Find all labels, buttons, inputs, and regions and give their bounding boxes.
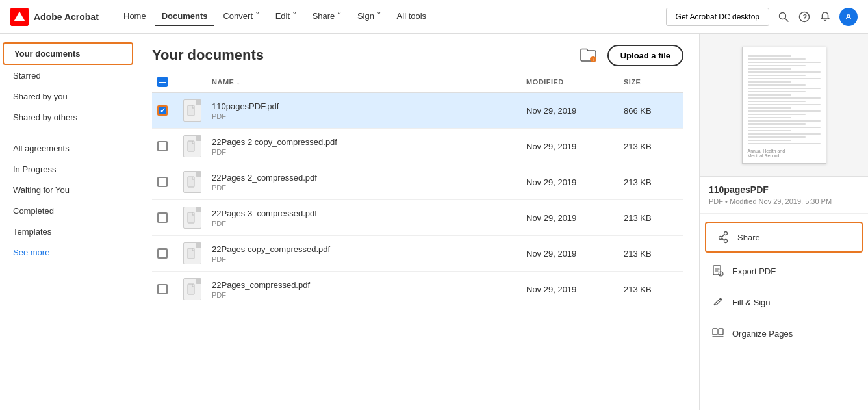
file-type: PDF	[212, 220, 516, 227]
file-name: 22Pages_compressed.pdf	[212, 280, 516, 290]
svg-text:+: +	[591, 57, 594, 63]
main-layout: Your documents Starred Shared by you Sha…	[0, 34, 868, 410]
svg-rect-23	[713, 329, 717, 335]
share-label: Share	[737, 233, 760, 242]
sidebar-item-starred[interactable]: Starred	[3, 66, 133, 86]
sidebar-divider	[0, 133, 136, 133]
row-checkbox[interactable]	[157, 212, 168, 223]
svg-rect-9	[188, 141, 194, 151]
svg-rect-13	[188, 212, 194, 223]
file-type: PDF	[212, 112, 516, 120]
table-row[interactable]: 22Pages_compressed.pdf PDF Nov 29, 2019 …	[152, 272, 683, 307]
row-checkbox[interactable]	[157, 141, 168, 151]
avatar[interactable]: A	[839, 8, 858, 26]
export-pdf-label: Export PDF	[732, 266, 776, 276]
preview-image-area: Annual Health and Medical Record	[700, 34, 868, 177]
sidebar-item-templates[interactable]: Templates	[3, 222, 133, 242]
top-navigation: Adobe Acrobat Home Documents Convert ˅ E…	[0, 0, 868, 34]
file-icon	[183, 242, 201, 264]
folder-icon[interactable]: +	[578, 44, 600, 66]
file-type: PDF	[212, 291, 516, 299]
fill-sign-button[interactable]: Fill & Sign	[700, 287, 868, 318]
nav-alltools[interactable]: All tools	[390, 7, 433, 26]
file-size: 213 KB	[619, 164, 683, 200]
file-name: 110pagesPDF.pdf	[212, 101, 516, 111]
table-row[interactable]: 22Pages copy_compressed.pdf PDF Nov 29, …	[152, 236, 683, 272]
adobe-logo-icon	[10, 8, 29, 26]
table-row[interactable]: 22Pages 2 copy_compressed.pdf PDF Nov 29…	[152, 129, 683, 164]
file-icon	[183, 135, 201, 157]
help-icon[interactable]: ?	[798, 10, 811, 23]
file-size: 866 KB	[619, 93, 683, 129]
sidebar: Your documents Starred Shared by you Sha…	[0, 34, 136, 410]
table-row[interactable]: 110pagesPDF.pdf PDF Nov 29, 2019 866 KB	[152, 93, 683, 129]
fill-sign-icon	[710, 294, 726, 310]
nav-home[interactable]: Home	[117, 7, 153, 26]
sidebar-see-more[interactable]: See more	[3, 242, 133, 263]
content-area: Your documents + Upload a file	[136, 34, 699, 410]
svg-rect-11	[188, 177, 194, 187]
sidebar-item-in-progress[interactable]: In Progress	[3, 159, 133, 179]
col-header-size: SIZE	[619, 71, 683, 93]
export-pdf-button[interactable]: Export PDF	[700, 255, 868, 287]
logo-text: Adobe Acrobat	[34, 12, 99, 22]
sidebar-item-shared-by-others[interactable]: Shared by others	[3, 107, 133, 127]
svg-line-20	[722, 238, 724, 241]
nav-share[interactable]: Share ˅	[306, 7, 348, 26]
nav-convert[interactable]: Convert ˅	[216, 7, 266, 26]
file-name: 22Pages 2 copy_compressed.pdf	[212, 137, 516, 147]
fill-sign-label: Fill & Sign	[732, 298, 771, 307]
svg-rect-7	[188, 105, 194, 116]
file-modified: Nov 29, 2019	[521, 272, 619, 307]
svg-rect-24	[719, 329, 723, 335]
svg-line-19	[722, 234, 724, 237]
sidebar-item-completed[interactable]: Completed	[3, 201, 133, 221]
select-all-checkbox[interactable]	[157, 77, 168, 87]
upload-file-button[interactable]: Upload a file	[607, 45, 683, 66]
row-checkbox[interactable]	[157, 177, 168, 187]
row-checkbox[interactable]	[157, 105, 168, 116]
table-row[interactable]: 22Pages 3_compressed.pdf PDF Nov 29, 201…	[152, 200, 683, 236]
topnav-right: Get Acrobat DC desktop ? A	[666, 8, 858, 26]
search-icon[interactable]	[777, 10, 790, 23]
table-row[interactable]: 22Pages 2_compressed.pdf PDF Nov 29, 201…	[152, 164, 683, 200]
file-size: 213 KB	[619, 200, 683, 236]
notifications-icon[interactable]	[819, 10, 832, 23]
file-name: 22Pages 3_compressed.pdf	[212, 209, 516, 218]
sidebar-item-your-documents[interactable]: Your documents	[3, 42, 133, 65]
file-type: PDF	[212, 184, 516, 192]
sidebar-item-waiting-for-you[interactable]: Waiting for You	[3, 180, 133, 200]
file-icon	[183, 171, 201, 193]
nav-documents[interactable]: Documents	[155, 7, 214, 26]
organize-pages-button[interactable]: Organize Pages	[700, 318, 868, 349]
preview-actions: Share Export PDF	[700, 214, 868, 354]
nav-edit[interactable]: Edit ˅	[269, 7, 303, 26]
file-modified: Nov 29, 2019	[521, 200, 619, 236]
share-button[interactable]: Share	[705, 222, 863, 253]
logo[interactable]: Adobe Acrobat	[10, 8, 101, 26]
file-name: 22Pages 2_compressed.pdf	[212, 173, 516, 183]
nav-links: Home Documents Convert ˅ Edit ˅ Share ˅ …	[117, 7, 650, 26]
file-icon	[183, 278, 201, 300]
sidebar-item-shared-by-you[interactable]: Shared by you	[3, 86, 133, 107]
row-checkbox[interactable]	[157, 284, 168, 294]
file-icon	[183, 207, 201, 229]
file-size: 213 KB	[619, 272, 683, 307]
preview-panel: Annual Health and Medical Record 110page…	[699, 34, 868, 410]
svg-text:?: ?	[803, 13, 808, 21]
nav-sign[interactable]: Sign ˅	[351, 7, 388, 26]
file-modified: Nov 29, 2019	[521, 236, 619, 272]
organize-pages-label: Organize Pages	[732, 329, 793, 339]
file-icon	[183, 99, 201, 122]
file-size: 213 KB	[619, 129, 683, 164]
documents-table: NAME ↓ MODIFIED SIZE	[152, 71, 683, 307]
file-size: 213 KB	[619, 236, 683, 272]
content-header: Your documents + Upload a file	[136, 34, 699, 71]
row-checkbox[interactable]	[157, 248, 168, 259]
svg-rect-15	[188, 248, 194, 259]
svg-line-2	[785, 18, 789, 21]
share-icon	[715, 229, 731, 245]
sidebar-item-all-agreements[interactable]: All agreements	[3, 138, 133, 159]
table-container[interactable]: NAME ↓ MODIFIED SIZE	[136, 71, 699, 410]
get-desktop-button[interactable]: Get Acrobat DC desktop	[666, 8, 769, 26]
